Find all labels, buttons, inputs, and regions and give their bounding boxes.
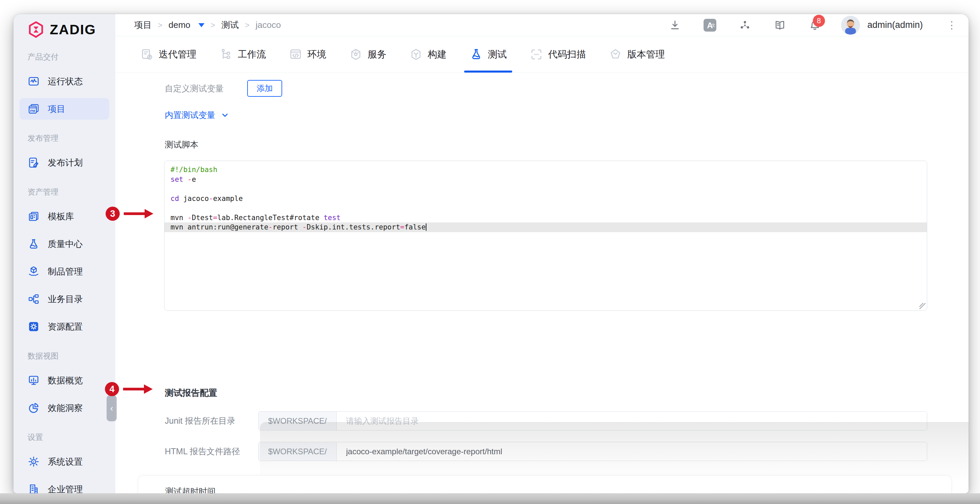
- sidebar-item-label: 发布计划: [48, 157, 83, 169]
- topbar-actions: A文: [657, 16, 958, 35]
- breadcrumb-separator: >: [245, 21, 250, 30]
- annotation-step3: 3: [106, 207, 153, 221]
- download-icon[interactable]: [657, 19, 692, 31]
- avatar[interactable]: [841, 16, 860, 35]
- sidebar-item-label: 效能洞察: [48, 402, 83, 414]
- sidebar-item-monitor-pulse[interactable]: 运行状态: [19, 71, 109, 92]
- sidebar-item-label: 运行状态: [48, 76, 83, 87]
- annotation-step4: 4: [105, 382, 153, 396]
- enterprise-building-icon: [27, 483, 40, 493]
- breadcrumb-test[interactable]: 测试: [221, 19, 239, 31]
- annotation-badge-4: 4: [105, 382, 119, 396]
- tab-workflow[interactable]: 工作流: [210, 36, 275, 72]
- app-window: ZADIG 产品交付运行状态PM项目发布管理发布计划资产管理模板库质量中心制品管…: [13, 14, 969, 493]
- service-icon: [349, 48, 363, 61]
- breadcrumb-separator: >: [210, 21, 215, 30]
- environment-icon: [289, 48, 302, 61]
- sidebar-section-label: 发布管理: [19, 133, 109, 143]
- sidebar-item-insight-pie[interactable]: 效能洞察: [19, 397, 109, 418]
- sidebar-item-label: 制品管理: [48, 266, 83, 277]
- sidebar-item-system-gear[interactable]: z系统设置: [19, 451, 109, 472]
- tab-environment[interactable]: 环境: [280, 36, 335, 72]
- annotation-arrow-head: [145, 209, 153, 219]
- tab-test-flask[interactable]: 测试: [461, 36, 515, 72]
- code-line: set -e: [164, 175, 927, 184]
- sidebar-item-label: 模板库: [48, 211, 74, 222]
- script-code-editor[interactable]: #!/bin/bashset -ecd jacoco-examplemvn -D…: [164, 161, 927, 311]
- share-graph-icon[interactable]: [727, 19, 762, 31]
- project-pm-icon: PM: [27, 103, 40, 115]
- resource-gear-icon: [27, 320, 40, 333]
- sidebar-item-business-tree[interactable]: 业务目录: [19, 288, 109, 310]
- tab-iterate[interactable]: 迭代管理: [132, 36, 205, 72]
- chevron-down-icon[interactable]: [199, 23, 204, 27]
- insight-pie-icon: [27, 402, 40, 414]
- version-icon: [609, 48, 622, 61]
- resize-handle-icon[interactable]: [920, 303, 926, 309]
- sidebar-item-resource-gear[interactable]: 资源配置: [19, 316, 109, 338]
- sidebar-item-template-library[interactable]: 模板库: [19, 206, 109, 227]
- code-line: mvn antrun:run@generate-report -Dskip.in…: [164, 222, 927, 232]
- test-flask-icon: [469, 48, 483, 61]
- sidebar-item-label: 系统设置: [48, 456, 83, 468]
- tab-version[interactable]: 版本管理: [600, 36, 674, 72]
- tab-label: 代码扫描: [548, 48, 586, 61]
- sidebar-collapse-handle[interactable]: ‹: [107, 395, 117, 422]
- notifications-bell-icon[interactable]: 8: [797, 19, 832, 31]
- logo-text: ZADIG: [50, 22, 96, 38]
- monitor-pulse-icon: [27, 75, 40, 87]
- footer-shadow-scrim: [260, 422, 969, 482]
- tab-build[interactable]: 构建: [401, 36, 455, 72]
- sidebar-item-project-pm[interactable]: PM项目: [19, 98, 109, 120]
- language-switch-icon[interactable]: A文: [692, 19, 727, 32]
- screenshot-stage: ZADIG 产品交付运行状态PM项目发布管理发布计划资产管理模板库质量中心制品管…: [0, 0, 980, 504]
- tab-code-scan[interactable]: 代码扫描: [521, 36, 595, 72]
- zadig-logo[interactable]: ZADIG: [19, 21, 109, 38]
- sidebar-item-data-overview[interactable]: 数据概览: [19, 369, 109, 391]
- custom-vars-label: 自定义测试变量: [165, 83, 224, 94]
- topbar: 项目 > demo > 测试 > jacoco A文: [115, 14, 969, 36]
- test-config-content: 自定义测试变量 添加 内置测试变量 测试脚本 #!/bin/bashset -e…: [115, 73, 969, 493]
- quality-flask-icon: [27, 238, 40, 250]
- code-line: #!/bin/bash: [164, 165, 927, 175]
- tab-label: 构建: [428, 48, 447, 61]
- timeout-label: 测试超时时间: [165, 486, 216, 493]
- builtin-vars-label: 内置测试变量: [165, 109, 215, 120]
- code-lines: #!/bin/bashset -ecd jacoco-examplemvn -D…: [164, 161, 927, 236]
- workflow-icon: [219, 48, 233, 61]
- docs-book-icon[interactable]: [762, 19, 797, 31]
- main-area: 项目 > demo > 测试 > jacoco A文: [115, 14, 969, 493]
- annotation-arrow-line: [124, 212, 145, 215]
- tab-label: 服务: [368, 48, 387, 61]
- builtin-vars-toggle[interactable]: 内置测试变量: [165, 109, 229, 120]
- sidebar-item-enterprise-building[interactable]: 企业管理: [19, 479, 109, 493]
- sidebar-section-label: 数据视图: [19, 351, 109, 361]
- svg-text:z: z: [33, 460, 34, 464]
- sidebar-section-label: 产品交付: [19, 52, 109, 62]
- sidebar-item-label: 业务目录: [48, 293, 83, 305]
- sidebar-section-label: 资产管理: [19, 187, 109, 197]
- report-config-title: 测试报告配置: [165, 387, 217, 399]
- add-variable-button[interactable]: 添加: [247, 80, 282, 97]
- breadcrumb: 项目 > demo > 测试 > jacoco: [134, 19, 281, 31]
- tab-label: 版本管理: [627, 48, 665, 61]
- kebab-menu-icon[interactable]: ⋮: [945, 19, 958, 31]
- sidebar-item-release-plan[interactable]: 发布计划: [19, 152, 109, 173]
- code-line: mvn -Dtest=lab.RectangleTest#rotate test: [164, 213, 927, 223]
- annotation-badge-3: 3: [106, 207, 120, 221]
- text-cursor: [426, 223, 426, 231]
- breadcrumb-projects[interactable]: 项目: [134, 19, 152, 31]
- project-tabbar: 迭代管理工作流环境服务构建测试代码扫描版本管理: [115, 36, 969, 73]
- template-library-icon: [27, 210, 40, 222]
- sidebar-section-label: 设置: [19, 432, 109, 442]
- sidebar-item-label: 资源配置: [48, 321, 83, 333]
- tab-service[interactable]: 服务: [340, 36, 395, 72]
- user-name[interactable]: admin(admin): [867, 20, 923, 30]
- sidebar-item-quality-flask[interactable]: 质量中心: [19, 233, 109, 255]
- sidebar-item-label: 项目: [48, 103, 65, 115]
- tab-label: 迭代管理: [159, 48, 196, 61]
- system-gear-icon: z: [27, 456, 40, 468]
- release-plan-icon: [27, 157, 40, 169]
- sidebar-item-artifact-box[interactable]: 制品管理: [19, 261, 109, 282]
- breadcrumb-project-name[interactable]: demo: [169, 20, 190, 30]
